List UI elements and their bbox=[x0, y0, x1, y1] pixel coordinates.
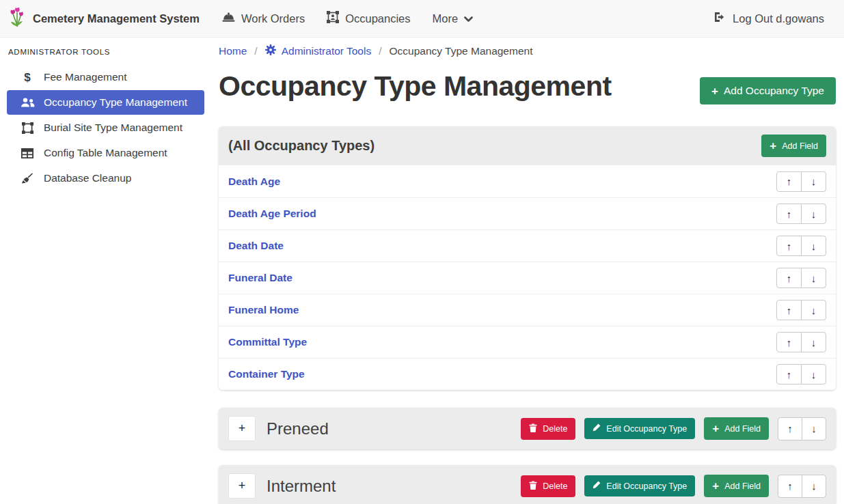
sidebar-item-burial-site-type-management[interactable]: Burial Site Type Management bbox=[7, 115, 204, 140]
all-occupancy-types-title: (All Occupancy Types) bbox=[228, 138, 375, 154]
move-down-button[interactable]: ↓ bbox=[802, 417, 826, 440]
nav-more[interactable]: More bbox=[424, 6, 482, 31]
gear-icon bbox=[265, 44, 276, 58]
move-down-button[interactable]: ↓ bbox=[801, 364, 826, 384]
all-occupancy-types-card: (All Occupancy Types) + Add Field Death … bbox=[219, 126, 836, 390]
delete-button[interactable]: Delete bbox=[521, 418, 575, 440]
reorder-group: ↑ ↓ bbox=[776, 268, 826, 288]
expand-button[interactable]: + bbox=[228, 473, 256, 499]
section-bar-preneed: + Preneed Delete bbox=[219, 408, 836, 449]
dollar-icon: $ bbox=[20, 72, 35, 83]
reorder-group: ↑ ↓ bbox=[776, 204, 826, 224]
plus-icon: + bbox=[711, 85, 718, 97]
plus-icon: + bbox=[712, 480, 719, 492]
move-down-button[interactable]: ↓ bbox=[801, 300, 826, 320]
breadcrumb-separator: / bbox=[254, 45, 257, 57]
expand-button[interactable]: + bbox=[228, 416, 256, 441]
plus-icon: + bbox=[712, 423, 719, 434]
move-up-button[interactable]: ↑ bbox=[776, 204, 802, 224]
move-up-button[interactable]: ↑ bbox=[776, 236, 802, 256]
reorder-group: ↑ ↓ bbox=[776, 332, 826, 352]
brand[interactable]: Cemetery Management System bbox=[8, 7, 200, 31]
edit-occupancy-type-label: Edit Occupancy Type bbox=[606, 424, 687, 434]
nav-occupancies-label: Occupancies bbox=[345, 12, 410, 25]
reorder-group: ↑ ↓ bbox=[776, 171, 826, 192]
move-up-button[interactable]: ↑ bbox=[776, 332, 802, 352]
add-field-button[interactable]: + Add Field bbox=[704, 475, 769, 497]
move-up-button[interactable]: ↑ bbox=[776, 268, 802, 288]
field-row-death-age: Death Age ↑ ↓ bbox=[219, 165, 836, 197]
title-row: Occupancy Type Management + Add Occupanc… bbox=[219, 69, 836, 104]
section-actions: Delete Edit Occupancy Type + Add Field ↑ bbox=[521, 475, 826, 498]
trash-icon bbox=[529, 481, 537, 492]
reorder-group: ↑ ↓ bbox=[776, 300, 826, 320]
add-field-label: Add Field bbox=[724, 424, 761, 434]
move-up-button[interactable]: ↑ bbox=[778, 417, 802, 440]
move-up-button[interactable]: ↑ bbox=[776, 364, 802, 384]
site-frame-icon bbox=[20, 122, 35, 134]
reorder-group: ↑ ↓ bbox=[776, 236, 826, 256]
move-up-button[interactable]: ↑ bbox=[776, 300, 802, 320]
logout-button[interactable]: Log Out d.gowans bbox=[705, 5, 833, 31]
field-link[interactable]: Funeral Date bbox=[228, 272, 292, 284]
edit-occupancy-type-button[interactable]: Edit Occupancy Type bbox=[584, 475, 695, 496]
field-row-funeral-date: Funeral Date ↑ ↓ bbox=[219, 262, 836, 294]
field-link[interactable]: Container Type bbox=[228, 368, 305, 380]
logout-label: Log Out d.gowans bbox=[733, 12, 824, 25]
reorder-group: ↑ ↓ bbox=[778, 475, 826, 498]
sidebar-item-fee-management[interactable]: $ Fee Management bbox=[7, 65, 204, 89]
main-nav: Work Orders Occupancies More bbox=[213, 5, 482, 32]
nav-occupancies[interactable]: Occupancies bbox=[318, 5, 419, 32]
sidebar-item-database-cleanup[interactable]: Database Cleanup bbox=[7, 166, 204, 191]
sidebar-heading: ADMINISTRATOR TOOLS bbox=[0, 42, 212, 65]
move-down-button[interactable]: ↓ bbox=[801, 268, 826, 288]
sidebar: ADMINISTRATOR TOOLS $ Fee Management Occ… bbox=[0, 38, 212, 504]
move-down-button[interactable]: ↓ bbox=[801, 171, 826, 192]
logout-icon bbox=[713, 12, 726, 25]
sidebar-item-config-table-management[interactable]: Config Table Management bbox=[7, 141, 204, 165]
move-down-button[interactable]: ↓ bbox=[802, 475, 826, 498]
section-title: Preneed bbox=[267, 419, 329, 438]
field-row-death-date: Death Date ↑ ↓ bbox=[219, 229, 836, 262]
field-link[interactable]: Death Date bbox=[228, 240, 284, 252]
nav-work-orders-label: Work Orders bbox=[241, 12, 305, 25]
page-title: Occupancy Type Management bbox=[219, 69, 612, 103]
sidebar-item-label: Occupancy Type Management bbox=[44, 96, 187, 109]
add-occupancy-type-label: Add Occupancy Type bbox=[724, 85, 824, 97]
breadcrumb-admin-tools-label: Administrator Tools bbox=[282, 45, 372, 57]
sidebar-item-label: Database Cleanup bbox=[44, 172, 131, 184]
field-link[interactable]: Funeral Home bbox=[228, 304, 299, 316]
field-link[interactable]: Death Age bbox=[228, 176, 280, 188]
move-down-button[interactable]: ↓ bbox=[801, 204, 826, 224]
field-link[interactable]: Death Age Period bbox=[228, 208, 316, 220]
occupancy-frame-icon bbox=[327, 11, 339, 26]
top-navbar: Cemetery Management System Work Orders bbox=[0, 0, 844, 38]
add-field-label: Add Field bbox=[782, 141, 818, 151]
pencil-icon bbox=[593, 423, 601, 434]
move-up-button[interactable]: ↑ bbox=[778, 475, 802, 498]
sidebar-item-occupancy-type-management[interactable]: Occupancy Type Management bbox=[7, 90, 204, 115]
breadcrumb-admin-tools-link[interactable]: Administrator Tools bbox=[265, 44, 372, 58]
add-field-button[interactable]: + Add Field bbox=[761, 135, 826, 157]
reorder-group: ↑ ↓ bbox=[776, 364, 826, 384]
add-field-button[interactable]: + Add Field bbox=[704, 417, 769, 440]
move-down-button[interactable]: ↓ bbox=[801, 236, 826, 256]
edit-occupancy-type-button[interactable]: Edit Occupancy Type bbox=[584, 418, 695, 439]
all-occupancy-types-header: (All Occupancy Types) + Add Field bbox=[219, 126, 836, 165]
reorder-group: ↑ ↓ bbox=[778, 417, 826, 440]
section-actions: Delete Edit Occupancy Type + Add Field ↑ bbox=[521, 417, 826, 440]
sidebar-item-label: Burial Site Type Management bbox=[44, 122, 182, 134]
move-up-button[interactable]: ↑ bbox=[776, 171, 802, 192]
field-link[interactable]: Committal Type bbox=[228, 336, 307, 348]
move-down-button[interactable]: ↓ bbox=[801, 332, 826, 352]
nav-work-orders[interactable]: Work Orders bbox=[213, 5, 314, 31]
breadcrumb-separator: / bbox=[379, 45, 381, 57]
breadcrumb-home-link[interactable]: Home bbox=[219, 45, 247, 57]
delete-button[interactable]: Delete bbox=[521, 475, 575, 497]
main-content: Home / Administrator To bbox=[212, 38, 844, 504]
edit-occupancy-type-label: Edit Occupancy Type bbox=[606, 481, 687, 491]
users-icon bbox=[20, 98, 35, 108]
trash-icon bbox=[529, 423, 537, 434]
add-occupancy-type-button[interactable]: + Add Occupancy Type bbox=[700, 77, 836, 104]
sidebar-item-label: Config Table Management bbox=[44, 147, 167, 159]
